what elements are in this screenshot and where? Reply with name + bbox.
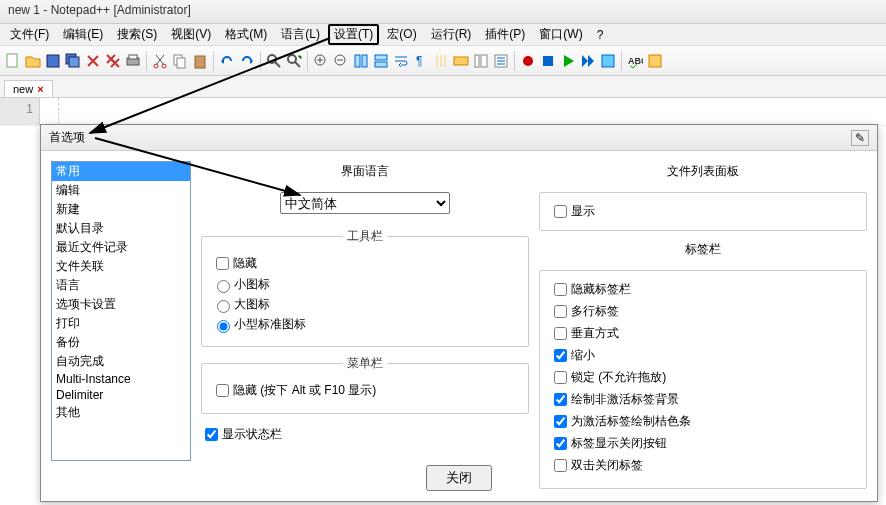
tab-shrink-checkbox[interactable]: 缩小 (550, 346, 856, 365)
cut-icon[interactable] (151, 52, 169, 70)
stop-icon[interactable] (539, 52, 557, 70)
file-tab[interactable]: new × (4, 80, 53, 97)
lang-icon[interactable] (452, 52, 470, 70)
close-button[interactable]: 关闭 (426, 465, 492, 491)
sync-h-icon[interactable] (372, 52, 390, 70)
paste-icon[interactable] (191, 52, 209, 70)
svg-point-24 (523, 56, 533, 66)
editor-area[interactable]: 1 (0, 98, 886, 126)
play-multi-icon[interactable] (579, 52, 597, 70)
tabgroup: 隐藏标签栏 多行标签 垂直方式 缩小 锁定 (不允许拖放) 绘制非激活标签背景 … (539, 270, 867, 489)
category-item[interactable]: 文件关联 (52, 257, 190, 276)
svg-rect-28 (649, 55, 661, 67)
spellcheck-next-icon[interactable] (646, 52, 664, 70)
svg-text:¶: ¶ (416, 54, 422, 68)
menu-file[interactable]: 文件(F) (4, 24, 55, 45)
menubar-hide-checkbox[interactable]: 隐藏 (按下 Alt 或 F10 显示) (212, 381, 518, 400)
tab-orange-checkbox[interactable]: 为激活标签绘制桔色条 (550, 412, 856, 431)
category-item[interactable]: 新建 (52, 200, 190, 219)
save-icon[interactable] (44, 52, 62, 70)
pin-icon[interactable]: ✎ (851, 130, 869, 146)
line-number: 1 (6, 102, 33, 116)
open-file-icon[interactable] (24, 52, 42, 70)
doc-map-icon[interactable] (472, 52, 490, 70)
menu-window[interactable]: 窗口(W) (533, 24, 588, 45)
zoom-out-icon[interactable] (332, 52, 350, 70)
category-item[interactable]: 语言 (52, 276, 190, 295)
toolbar-hide-checkbox[interactable]: 隐藏 (212, 254, 518, 273)
show-all-icon[interactable]: ¶ (412, 52, 430, 70)
tab-drawbg-checkbox[interactable]: 绘制非激活标签背景 (550, 390, 856, 409)
toolbar-small-radio[interactable]: 小图标 (212, 276, 518, 293)
svg-rect-20 (454, 57, 468, 65)
print-icon[interactable] (124, 52, 142, 70)
indent-guide-icon[interactable] (432, 52, 450, 70)
filelist-heading: 文件列表面板 (539, 163, 867, 180)
close-file-icon[interactable] (84, 52, 102, 70)
save-all-icon[interactable] (64, 52, 82, 70)
toolbar-sep (621, 51, 622, 71)
category-item[interactable]: 其他 (52, 403, 190, 422)
spellcheck-icon[interactable]: ABC (626, 52, 644, 70)
menu-help[interactable]: ? (591, 26, 610, 44)
toolbar-group-legend: 工具栏 (343, 228, 387, 245)
toolbar-big-radio[interactable]: 大图标 (212, 296, 518, 313)
svg-point-12 (288, 55, 296, 63)
menu-macro[interactable]: 宏(O) (381, 24, 422, 45)
save-macro-icon[interactable] (599, 52, 617, 70)
category-item[interactable]: 自动完成 (52, 352, 190, 371)
category-item[interactable]: Delimiter (52, 387, 190, 403)
tab-lock-checkbox[interactable]: 锁定 (不允许拖放) (550, 368, 856, 387)
toolbar-sep (307, 51, 308, 71)
tab-vertical-checkbox[interactable]: 垂直方式 (550, 324, 856, 343)
redo-icon[interactable] (238, 52, 256, 70)
menu-format[interactable]: 格式(M) (219, 24, 273, 45)
category-item[interactable]: 常用 (52, 162, 190, 181)
category-item[interactable]: 打印 (52, 314, 190, 333)
preferences-dialog: 首选项 ✎ 常用编辑新建默认目录最近文件记录文件关联语言选项卡设置打印备份自动完… (40, 124, 878, 502)
file-tabbar: new × (0, 76, 886, 98)
sync-v-icon[interactable] (352, 52, 370, 70)
tab-multiline-checkbox[interactable]: 多行标签 (550, 302, 856, 321)
replace-icon[interactable] (285, 52, 303, 70)
menubar-group: 菜单栏 隐藏 (按下 Alt 或 F10 显示) (201, 355, 529, 414)
tab-showclose-checkbox[interactable]: 标签显示关闭按钮 (550, 434, 856, 453)
ui-language-select[interactable]: 中文简体 (280, 192, 450, 214)
copy-icon[interactable] (171, 52, 189, 70)
menubar: 文件(F) 编辑(E) 搜索(S) 视图(V) 格式(M) 语言(L) 设置(T… (0, 24, 886, 46)
zoom-in-icon[interactable] (312, 52, 330, 70)
menu-edit[interactable]: 编辑(E) (57, 24, 109, 45)
category-item[interactable]: 编辑 (52, 181, 190, 200)
menu-run[interactable]: 运行(R) (425, 24, 478, 45)
toolbar-standard-radio[interactable]: 小型标准图标 (212, 316, 518, 333)
toolbar: ¶ ABC (0, 46, 886, 76)
tab-hide-checkbox[interactable]: 隐藏标签栏 (550, 280, 856, 299)
close-icon[interactable]: × (37, 83, 43, 95)
category-item[interactable]: 默认目录 (52, 219, 190, 238)
menu-settings[interactable]: 设置(T) (328, 24, 379, 45)
menu-language[interactable]: 语言(L) (275, 24, 326, 45)
close-all-icon[interactable] (104, 52, 122, 70)
toolbar-sep (213, 51, 214, 71)
svg-text:ABC: ABC (628, 56, 643, 66)
find-icon[interactable] (265, 52, 283, 70)
filelist-show-checkbox[interactable]: 显示 (550, 202, 856, 221)
category-item[interactable]: 备份 (52, 333, 190, 352)
category-item[interactable]: Multi-Instance (52, 371, 190, 387)
category-item[interactable]: 选项卡设置 (52, 295, 190, 314)
toolbar-sep (260, 51, 261, 71)
play-icon[interactable] (559, 52, 577, 70)
new-file-icon[interactable] (4, 52, 22, 70)
svg-point-11 (268, 55, 276, 63)
wrap-icon[interactable] (392, 52, 410, 70)
record-icon[interactable] (519, 52, 537, 70)
category-list[interactable]: 常用编辑新建默认目录最近文件记录文件关联语言选项卡设置打印备份自动完成Multi… (51, 161, 191, 461)
menu-plugins[interactable]: 插件(P) (479, 24, 531, 45)
menu-search[interactable]: 搜索(S) (111, 24, 163, 45)
category-item[interactable]: 最近文件记录 (52, 238, 190, 257)
dialog-titlebar: 首选项 ✎ (41, 125, 877, 151)
statusbar-checkbox[interactable]: 显示状态栏 (201, 425, 529, 444)
undo-icon[interactable] (218, 52, 236, 70)
menu-view[interactable]: 视图(V) (165, 24, 217, 45)
func-list-icon[interactable] (492, 52, 510, 70)
